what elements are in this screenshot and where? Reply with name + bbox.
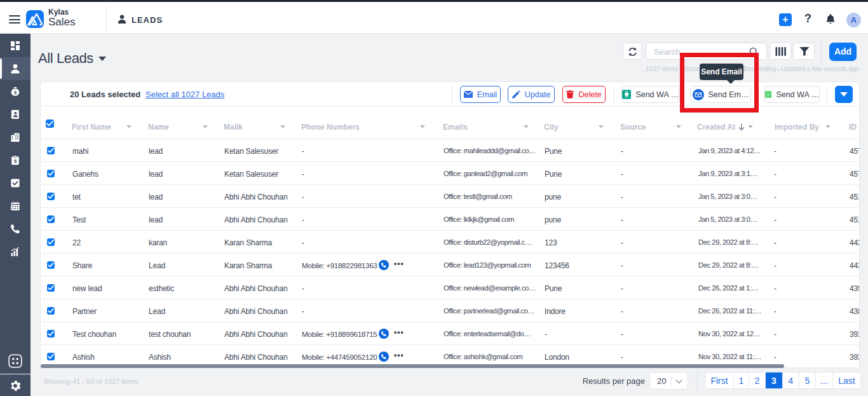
svg-text:$: $ bbox=[14, 158, 17, 164]
